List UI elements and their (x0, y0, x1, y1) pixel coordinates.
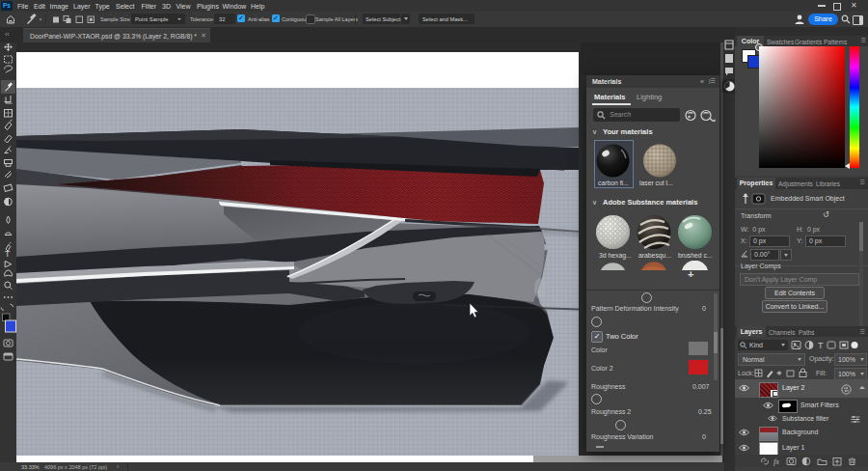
svg-text:T: T (5, 248, 11, 259)
svg-text:T: T (818, 341, 824, 350)
svg-text:fx: fx (773, 457, 779, 466)
